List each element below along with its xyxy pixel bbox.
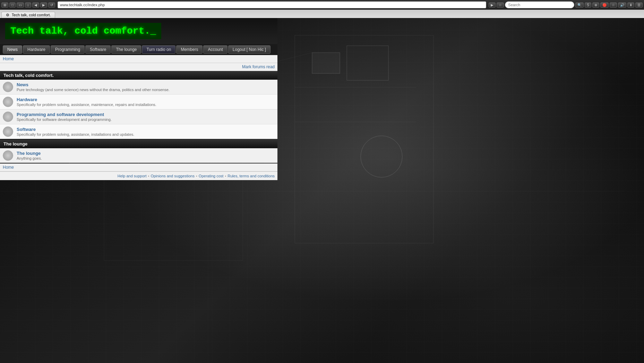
taskbar-btn-ext4[interactable]: ☆: [610, 2, 617, 8]
taskbar-btn-forward[interactable]: ▶: [40, 2, 47, 8]
taskbar-btn-star[interactable]: ☆: [497, 2, 504, 8]
footer-help-link[interactable]: Help and support: [118, 174, 147, 178]
footer-opinions-link[interactable]: Opinions and suggestions: [151, 174, 195, 178]
nav-tab-logout[interactable]: Logout [ Non Hic ]: [228, 45, 271, 54]
forum-icon-lounge: [3, 150, 13, 161]
content-area: Tech talk, cold comfort._ News Hardware …: [0, 18, 644, 180]
page-footer: Help and support • Opinions and suggesti…: [0, 171, 277, 180]
forum-row-software: Software Specifically for problem solvin…: [0, 124, 277, 139]
forum-name-lounge[interactable]: The lounge: [17, 151, 275, 156]
breadcrumb-home[interactable]: Home: [3, 56, 14, 61]
forum-icon-news: [3, 82, 13, 92]
taskbar-btn-4[interactable]: ⌂: [25, 2, 31, 8]
taskbar-btn-ext6[interactable]: ⬇: [627, 2, 634, 8]
footer-sep-2: •: [196, 174, 197, 178]
forum-name-hardware[interactable]: Hardware: [17, 97, 275, 102]
forum-info-hardware: Hardware Specifically for problem solvin…: [17, 97, 275, 107]
nav-tab-software[interactable]: Software: [85, 45, 111, 54]
category-lounge: The lounge The lounge Anything goes.: [0, 140, 277, 163]
taskbar-btn-refresh[interactable]: ↺: [48, 2, 55, 8]
category-lounge-header: The lounge: [0, 140, 277, 148]
breadcrumb-home-bottom[interactable]: Home: [3, 165, 14, 170]
browser-tab-bar: ⚙ Tech talk, cold comfort.: [0, 10, 644, 18]
os-taskbar: ⊞ □ ▭ ⌂ ◀ ▶ ↺ ▶ ☆ 🔍 S ⊕ 🔴 ☆ 🔊 ⬇ ☰: [0, 0, 644, 10]
taskbar-btn-ext1[interactable]: S: [585, 2, 591, 8]
taskbar-btn-ext7[interactable]: ☰: [635, 2, 643, 8]
mark-forums-bar: Mark forums read: [0, 63, 277, 71]
nav-tab-hardware[interactable]: Hardware: [23, 45, 50, 54]
forum-icon-hardware: [3, 97, 13, 107]
taskbar-btn-1[interactable]: ⊞: [1, 2, 8, 8]
forum-info-software: Software Specifically for problem solvin…: [17, 127, 275, 136]
forum-name-programming[interactable]: Programming and software development: [17, 112, 275, 117]
category-techtalk: Tech talk, cold comfort. News Pure techn…: [0, 71, 277, 139]
breadcrumb-bar: Home: [0, 55, 277, 63]
forum-info-programming: Programming and software development Spe…: [17, 112, 275, 122]
navigation-bar: News Hardware Programming Software The l…: [0, 44, 277, 55]
taskbar-btn-3[interactable]: ▭: [17, 2, 24, 8]
forum-info-news: News Pure technology (and some science) …: [17, 82, 275, 92]
forum-row-programming: Programming and software development Spe…: [0, 109, 277, 124]
forum-name-software[interactable]: Software: [17, 127, 275, 132]
nav-tab-members[interactable]: Members: [176, 45, 203, 54]
forum-row-hardware: Hardware Specifically for problem solvin…: [0, 95, 277, 109]
forum-desc-news: Pure technology (and some science) news …: [17, 88, 275, 92]
full-page: ⊞ □ ▭ ⌂ ◀ ▶ ↺ ▶ ☆ 🔍 S ⊕ 🔴 ☆ 🔊 ⬇ ☰ ⚙ Tech…: [0, 0, 644, 363]
tab-favicon: ⚙: [6, 13, 9, 17]
forum-desc-lounge: Anything goes.: [17, 156, 275, 160]
forum-info-lounge: The lounge Anything goes.: [17, 151, 275, 160]
forum-name-news[interactable]: News: [17, 82, 275, 87]
forum-desc-software: Specifically for problem solving, assist…: [17, 132, 275, 136]
forum-row-lounge: The lounge Anything goes.: [0, 148, 277, 163]
forum-row-news: News Pure technology (and some science) …: [0, 80, 277, 95]
nav-tab-programming[interactable]: Programming: [51, 45, 85, 54]
footer-operating-link[interactable]: Operating cost: [199, 174, 224, 178]
browser-tab-active[interactable]: ⚙ Tech talk, cold comfort.: [1, 12, 55, 18]
taskbar-btn-go[interactable]: ▶: [489, 2, 496, 8]
taskbar-btn-ext3[interactable]: 🔴: [600, 2, 609, 8]
footer-sep-1: •: [148, 174, 149, 178]
footer-sep-3: •: [225, 174, 226, 178]
nav-tab-radio[interactable]: Turn radio on: [142, 45, 175, 54]
forum-icon-software: [3, 126, 13, 137]
address-bar[interactable]: [58, 1, 486, 8]
taskbar-btn-back[interactable]: ◀: [32, 2, 39, 8]
taskbar-btn-ext2[interactable]: ⊕: [592, 2, 599, 8]
site-logo: Tech talk, cold comfort._: [5, 23, 161, 39]
forum-icon-programming: [3, 112, 13, 122]
category-techtalk-header: Tech talk, cold comfort.: [0, 71, 277, 80]
taskbar-btn-ext5[interactable]: 🔊: [618, 2, 626, 8]
nav-tab-account[interactable]: Account: [203, 45, 227, 54]
forum-desc-programming: Specifically for software development an…: [17, 117, 275, 122]
taskbar-search-btn[interactable]: 🔍: [575, 2, 584, 8]
mark-forums-read-link[interactable]: Mark forums read: [242, 64, 275, 69]
tab-title: Tech talk, cold comfort.: [12, 13, 51, 17]
footer-rules-link[interactable]: Rules, terms and conditions: [227, 174, 275, 178]
search-input[interactable]: [505, 1, 574, 8]
nav-tab-news[interactable]: News: [3, 45, 22, 54]
site-header: Tech talk, cold comfort._: [0, 18, 277, 44]
forum-desc-hardware: Specifically for problem solving, assist…: [17, 103, 275, 107]
nav-tab-lounge[interactable]: The lounge: [111, 45, 141, 54]
breadcrumb-bar-bottom: Home: [0, 163, 277, 171]
footer-links: Help and support • Opinions and suggesti…: [118, 174, 275, 178]
taskbar-btn-2[interactable]: □: [9, 2, 16, 8]
